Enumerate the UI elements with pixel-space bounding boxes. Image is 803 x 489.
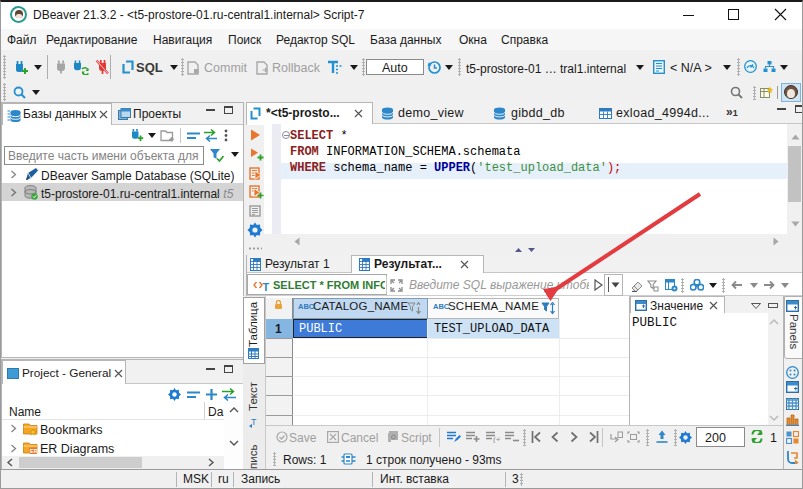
svg-text:ER: ER — [30, 448, 38, 454]
svg-text:(+): (+) — [493, 435, 501, 443]
svg-text:T: T — [263, 281, 270, 292]
